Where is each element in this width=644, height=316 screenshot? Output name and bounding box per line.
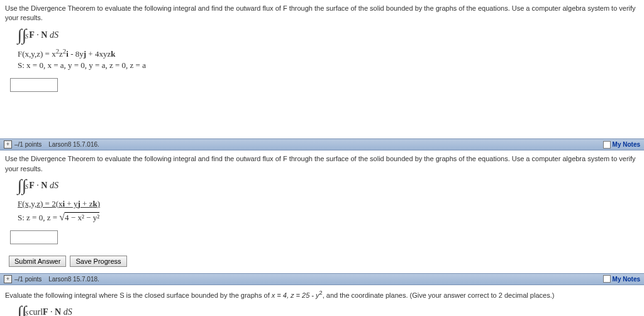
expand-button[interactable]: + (4, 275, 12, 283)
q3-integral: ∫S∫ curlF · N dS (18, 304, 639, 316)
question-3-header: + –/1 points Larson8 15.7.018. My Notes (0, 273, 644, 285)
q1-prompt: Use the Divergence Theorem to evaluate t… (5, 4, 639, 23)
q3-prompt: Evaluate the following integral where S … (5, 289, 639, 300)
notes-checkbox-icon (603, 275, 611, 283)
q1-sdef: S: x = 0, x = a, y = 0, y = a, z = 0, z … (18, 60, 639, 71)
points-label: –/1 points (14, 276, 42, 283)
submit-answer-button[interactable]: Submit Answer (9, 256, 66, 267)
ref-label: Larson8 15.7.018. (48, 276, 99, 283)
button-row: Submit Answer Save Progress (9, 256, 639, 267)
integral-sign: ∫ (22, 178, 26, 194)
q2-sdef: S: z = 0, z = √4 − x² − y² (18, 212, 639, 223)
integral-sign: ∫ (22, 304, 26, 316)
question-2: Use the Divergence Theorem to evaluate t… (0, 150, 644, 273)
my-notes-label: My Notes (613, 141, 640, 148)
my-notes-button[interactable]: My Notes (603, 275, 640, 283)
q1-fdef: F(x,y,z) = x2z2i - 8yj + 4xyzk (18, 47, 639, 59)
q2-prompt: Use the Divergence Theorem to evaluate t… (5, 154, 639, 174)
my-notes-label: My Notes (613, 276, 640, 283)
q1-answer-input[interactable] (10, 78, 58, 92)
q3-integrand: curlF · N dS (29, 307, 72, 316)
expand-button[interactable]: + (4, 140, 12, 149)
question-3: Evaluate the following integral where S … (0, 285, 644, 316)
q2-fdef: F(x,y,z) = 2(xi + yj + zk) (18, 199, 100, 209)
question-1: Use the Divergence Theorem to evaluate t… (0, 0, 644, 101)
ref-label: Larson8 15.7.016. (48, 141, 99, 148)
question-2-header: + –/1 points Larson8 15.7.016. My Notes (0, 138, 644, 150)
integral-sign: ∫ (22, 27, 26, 43)
q2-integral: ∫S∫ F · N dS (18, 178, 639, 194)
q1-integrand: F · N dS (29, 30, 58, 39)
save-progress-button[interactable]: Save Progress (70, 256, 126, 267)
spacer (0, 101, 644, 138)
notes-checkbox-icon (603, 141, 611, 149)
my-notes-button[interactable]: My Notes (603, 141, 640, 149)
header-left: + –/1 points Larson8 15.7.018. (4, 275, 99, 283)
q2-integrand: F · N dS (29, 181, 58, 190)
points-label: –/1 points (14, 141, 42, 148)
header-left: + –/1 points Larson8 15.7.016. (4, 140, 99, 149)
q1-integral: ∫S∫ F · N dS (18, 27, 639, 43)
q2-answer-input[interactable] (10, 230, 58, 244)
